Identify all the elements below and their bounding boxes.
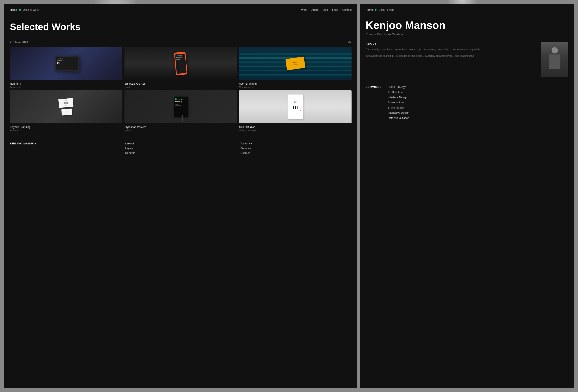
work-item-smartbit[interactable]: L-MockupsiPhone 15Mockups SmartBit IOS A… (124, 47, 237, 88)
footer-col-2: Twitter / X Behance Cosmos (241, 142, 351, 155)
stool-leg (182, 115, 183, 121)
footer-behance[interactable]: Behance (241, 147, 351, 150)
profile-photo (541, 42, 568, 77)
stripe-1 (239, 53, 351, 55)
right-about-section: ABOUT I'm currently a creative d... expe… (360, 38, 574, 81)
poster-small: StylishEnvironment (175, 104, 181, 106)
work-image-stylesnob: Poster Mockup StylishEnvironment (124, 90, 237, 123)
left-panel: Home Open To Work Work About Blog Feed C… (4, 4, 357, 388)
services-grid: SERVICES Brand Strategy Art Direction In… (366, 86, 568, 120)
right-panel: Home Open To Work Kenjoo Manson Creative… (360, 4, 574, 388)
about-para-1: I'm currently a creative d... expertise … (366, 48, 537, 52)
right-nav-home[interactable]: Home (366, 8, 373, 11)
work-title-smartbit: SmartBit IOS App (124, 82, 237, 85)
footer-brand: KENJOO MANSON (10, 142, 121, 145)
services-list: Brand Strategy Art Direction Interface D… (388, 86, 409, 120)
profile-bg (541, 42, 568, 77)
work-image-smartbit: L-MockupsiPhone 15Mockups (124, 47, 237, 80)
work-title-stylesnob: Stylesnob Posters (124, 126, 237, 129)
right-title: Kenjoo Manson (366, 20, 568, 31)
work-item-kaynon[interactable]: //032MOCKUPBUNDLE.&∅∆ card Kaynon Brandi… (10, 90, 122, 132)
about-para-2: With a portfolio spanning... to excellen… (366, 54, 537, 58)
services-section: SERVICES Brand Strategy Art Direction In… (360, 81, 574, 124)
poster-mockup: Poster Mockup StylishEnvironment (174, 96, 188, 117)
miller-star: * (300, 110, 301, 113)
status-dot (19, 9, 21, 11)
footer-layers[interactable]: Layers (125, 147, 236, 150)
right-subtitle: Creative Director — Overboard. (366, 33, 568, 36)
phone-screen: L-MockupsiPhone 15Mockups (175, 53, 187, 74)
phone-mockup: L-MockupsiPhone 15Mockups (174, 52, 187, 75)
nav-about[interactable]: About (311, 8, 319, 11)
service-brand-identity: Brand Identity (388, 106, 409, 109)
work-item-stylesnob[interactable]: Poster Mockup StylishEnvironment Stylesn… (124, 90, 237, 132)
work-tag-kaynon: Finance (10, 129, 122, 132)
profile-body (549, 54, 560, 69)
work-tag-roamerly: Travels, AI (10, 86, 122, 88)
footer-col-1: LinkedIn Layers Dribbble (125, 142, 236, 155)
work-item-miller[interactable]: birds-mckp m * Miller Studios Urban, Lif… (239, 90, 351, 132)
work-tag-smartbit: Health (124, 86, 237, 88)
service-brand-strategy: Brand Strategy (388, 86, 409, 88)
services-label: SERVICES (366, 86, 382, 88)
work-title-avon: Avon Branding (239, 82, 351, 85)
hero-section: Selected Works (4, 15, 357, 41)
service-interactive-design: Interactive Design (388, 111, 409, 114)
nav-work[interactable]: Work (301, 8, 307, 11)
nav-links: Work About Blog Feed Contact (301, 8, 352, 11)
bc-text-2: card (66, 111, 67, 113)
nav-contact[interactable]: Contact (342, 8, 351, 11)
service-interface-design: Interface Design (388, 96, 409, 99)
profile-head (552, 47, 558, 53)
nav-blog[interactable]: Blog (323, 8, 328, 11)
works-count: (6) (348, 41, 351, 44)
work-tag-miller: Urban, Life Style (239, 129, 351, 132)
miller-big-m: m (293, 104, 298, 110)
business-card-2: card (61, 108, 72, 115)
work-item-roamerly[interactable]: L-MockupsMacBook Air13 Roamerly Travels,… (10, 47, 122, 88)
footer-dribbble[interactable]: Dribbble (125, 151, 236, 155)
footer-linkedin[interactable]: LinkedIn (125, 142, 236, 145)
laptop-content: L-MockupsMacBook Air13 (55, 56, 78, 66)
work-title-miller: Miller Studios (239, 126, 351, 129)
phone-content: L-MockupsiPhone 15Mockups (175, 53, 186, 61)
services-label-col: SERVICES (366, 86, 382, 120)
nav-feed[interactable]: Feed (332, 8, 338, 11)
service-presentations: Presentations (388, 101, 409, 104)
about-label: ABOUT (366, 42, 537, 45)
left-footer: KENJOO MANSON LinkedIn Layers Dribbble T… (4, 136, 357, 159)
right-status-text: Open To Work (379, 8, 394, 11)
footer-twitter[interactable]: Twitter / X (241, 142, 351, 145)
work-image-kaynon: //032MOCKUPBUNDLE.&∅∆ card (10, 90, 122, 123)
footer-brand-col: KENJOO MANSON (10, 142, 121, 155)
work-title-roamerly: Roamerly (10, 82, 122, 85)
work-title-kaynon: Kaynon Branding (10, 126, 122, 129)
poster-green: Poster (175, 98, 183, 101)
left-nav: Home Open To Work Work About Blog Feed C… (4, 4, 357, 15)
about-text-col: ABOUT I'm currently a creative d... expe… (366, 42, 537, 77)
tag-text: avon.mockups (292, 61, 298, 66)
miller-mockup: birds-mckp m * (288, 94, 303, 119)
nav-home-link[interactable]: Home (10, 8, 17, 11)
works-section: 2016 — 2024 (6) L-MockupsMacBook Air13 R… (4, 41, 357, 132)
miller-small-text: birds-mckp (294, 101, 297, 103)
service-art-direction: Art Direction (388, 90, 409, 94)
poster-white: Mockup (175, 101, 182, 103)
work-image-miller: birds-mckp m * (239, 90, 351, 123)
works-year-range: 2016 — 2024 (10, 41, 29, 44)
right-nav: Home Open To Work (360, 4, 574, 15)
work-tag-avon: Manufactoring (239, 86, 351, 88)
laptop-mockup: L-MockupsMacBook Air13 (54, 55, 79, 72)
work-item-avon[interactable]: avon.mockups Avon Branding Manufactoring (239, 47, 351, 88)
nav-left: Home Open To Work (10, 8, 39, 11)
work-tag-stylesnob: Media (124, 129, 237, 132)
work-image-roamerly: L-MockupsMacBook Air13 (10, 47, 122, 80)
stripe-6 (239, 74, 351, 76)
bc-text-1: //032MOCKUPBUNDLE.&∅∆ (63, 100, 68, 106)
business-card-1: //032MOCKUPBUNDLE.&∅∆ (58, 98, 73, 108)
hero-title: Selected Works (10, 22, 351, 32)
right-hero: Kenjoo Manson Creative Director — Overbo… (360, 15, 574, 38)
works-header: 2016 — 2024 (6) (10, 41, 351, 44)
works-grid: L-MockupsMacBook Air13 Roamerly Travels,… (10, 47, 351, 132)
footer-cosmos[interactable]: Cosmos (241, 151, 351, 155)
